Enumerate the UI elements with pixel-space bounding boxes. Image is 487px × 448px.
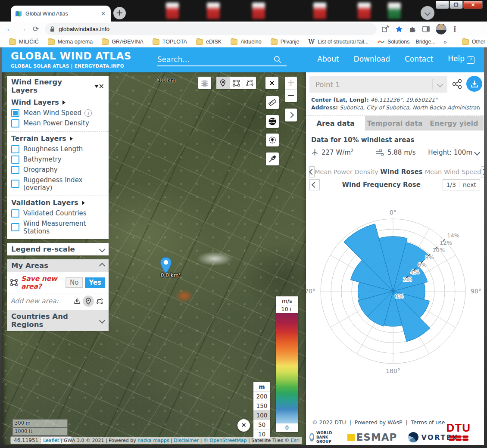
collapse-panel-button[interactable] [285,109,297,121]
panel-close-icon[interactable]: ✕ [99,82,104,90]
height-option-100[interactable]: 100 [253,410,270,420]
bookmark-item[interactable]: TOPLOTA [153,39,187,45]
attribution-link[interactable]: Disclaimer [174,438,199,443]
bookmark-item[interactable]: eDISK [196,39,222,45]
carousel-next-label[interactable]: Mean Wind Speed [425,168,481,175]
height-option-150[interactable]: 150 [253,401,270,410]
legend-rescale-panel[interactable]: Legend re-scale [7,243,109,255]
point-selector[interactable]: Point 1 [309,76,447,93]
checkbox-checked[interactable] [11,109,19,117]
map-canvas[interactable]: 3.0 km Wind Energy Layers ✕ Wind LayersM… [2,72,306,445]
measure-button[interactable] [266,96,279,109]
globe-view-button[interactable] [266,115,279,128]
footer-link-wasp[interactable]: Powered by WAsP [355,419,403,426]
share-icon[interactable] [382,25,389,32]
checkbox-unchecked[interactable] [11,223,19,231]
back-icon[interactable]: ← [6,25,13,33]
site-search[interactable] [157,53,287,66]
layer-item[interactable]: Bathymetry [11,154,104,165]
tab-temporal-data[interactable]: Temporal data [365,116,424,131]
layer-item[interactable]: Wind Measurement Stations [11,218,104,236]
window-close-button[interactable]: ✕ [463,1,483,9]
checkbox-unchecked[interactable] [11,156,19,164]
bookmark-item[interactable]: Plivanje [271,39,300,45]
checkbox-unchecked[interactable] [11,209,19,218]
zoom-in-button[interactable]: + [285,77,297,90]
other-bookmarks-button[interactable]: Other bookmarks [462,39,487,45]
point-tool-button[interactable] [216,77,229,89]
my-areas-header[interactable]: My Areas [7,259,109,272]
tab-energy-yield[interactable]: Energy yield [425,116,484,131]
tab-close-icon[interactable]: ✕ [100,10,106,17]
checkbox-unchecked[interactable] [11,145,19,153]
bookmark-item[interactable]: MILIČIĆ [9,39,39,45]
bookmark-item[interactable]: Aktuelno [231,39,262,45]
upload-area-button[interactable] [72,296,83,307]
cancel-draw-button[interactable]: ✕ [265,77,278,89]
attribution-link[interactable]: nazka mapps [137,438,169,443]
browser-tab[interactable]: Global Wind Atlas ✕ [11,6,111,22]
layer-section-title[interactable]: Terrain Layers [11,133,104,144]
bookmark-item[interactable]: Merna oprema [48,39,93,45]
sample-value-button[interactable] [266,152,279,165]
layer-item[interactable]: Ruggedness Index (overlay) [11,175,104,193]
layer-item[interactable]: Validated Countries [11,208,104,218]
dismiss-legend-button[interactable]: ✕ [237,419,250,432]
profile-avatar[interactable] [436,24,446,34]
info-icon[interactable]: i [84,109,92,117]
basemap-layers-button[interactable] [198,77,211,89]
dtu-logo[interactable]: DTU [446,421,471,441]
search-icon[interactable] [274,56,281,63]
nav-item-about[interactable]: About [317,55,339,63]
nav-item-contact[interactable]: Contact [405,55,433,63]
bookmarks-overflow-chevron[interactable]: » [443,38,447,45]
checkbox-unchecked[interactable] [11,180,19,188]
bookmark-item[interactable]: Solutions – Bridge... [378,39,436,45]
map-marker-pin[interactable] [159,257,172,274]
rose-next-button[interactable]: next [459,181,480,188]
layer-item[interactable]: Mean Wind Speedi [11,108,104,118]
checkbox-unchecked[interactable] [11,119,19,128]
add-point-button[interactable] [83,296,94,307]
extensions-puzzle-icon[interactable] [409,25,416,33]
footer-link-terms[interactable]: Terms of use [411,419,445,426]
locate-button[interactable] [266,134,279,146]
save-area-no-button[interactable]: No [66,277,83,288]
carousel-prev-label[interactable]: Mean Power Density [315,168,378,175]
carousel-prev-button[interactable] [309,166,315,177]
attribution-link[interactable]: Esri [291,438,300,443]
address-bar[interactable]: globalwindatlas.info [45,23,377,35]
tab-search-button[interactable] [421,6,434,20]
window-restore-button[interactable]: ❐ [450,1,463,9]
attribution-link[interactable]: © OpenStreetMap [203,438,247,443]
footer-link-dtu[interactable]: DTU [334,419,346,426]
height-option-50[interactable]: 50 [253,420,270,429]
height-option-200[interactable]: 200 [253,391,270,401]
window-minimize-button[interactable]: — [436,1,449,9]
layer-item[interactable]: Orography [11,165,104,175]
search-input[interactable] [157,53,274,65]
bookmark-item[interactable]: GRAĐEVINA [102,39,144,45]
layer-item[interactable]: Roughness Length [11,144,104,154]
bookmark-item[interactable]: WList of structural fail... [309,38,369,45]
layer-item[interactable]: Mean Power Density [11,118,104,128]
bookmark-star-icon[interactable] [395,25,403,33]
new-tab-button[interactable]: + [113,7,126,19]
side-panel-icon[interactable] [422,26,430,32]
menu-kebab-icon[interactable]: ••• [453,26,457,32]
tab-area-data[interactable]: Area data [306,116,365,131]
zoom-out-button[interactable]: − [285,90,297,102]
share-point-button[interactable] [452,78,463,90]
nav-item-download[interactable]: Download [354,55,390,63]
rectangle-tool-button[interactable] [229,77,243,89]
save-area-yes-button[interactable]: Yes [85,277,105,288]
layer-section-title[interactable]: Validation Layers [11,197,104,208]
download-point-button[interactable] [466,76,482,92]
attribution-link[interactable]: Leaflet [43,438,59,443]
countries-regions-header[interactable]: Countries And Regions [7,310,109,331]
worldbank-logo[interactable]: WORLD BANK GROUP [309,431,336,444]
checkbox-unchecked[interactable] [11,166,19,174]
height-dropdown[interactable]: Height: 100m [428,149,479,156]
wind-energy-layers-header[interactable]: Wind Energy Layers ✕ [7,76,109,96]
reload-icon[interactable]: ⟳ [33,25,39,34]
